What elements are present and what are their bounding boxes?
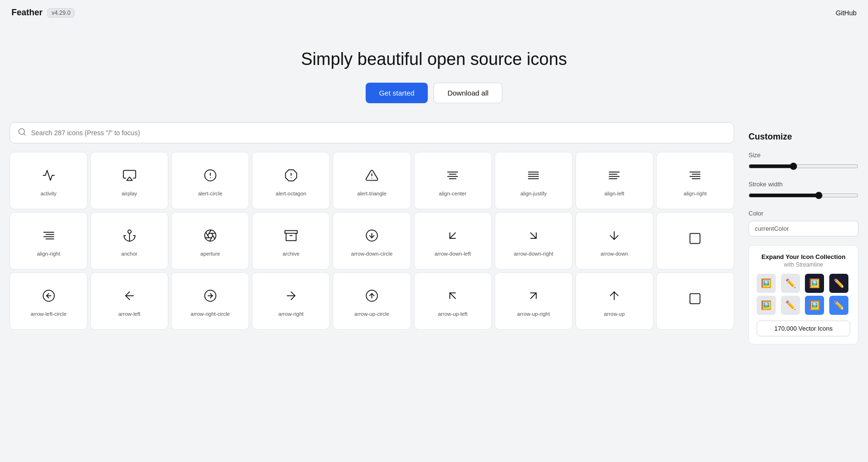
aperture-icon: [202, 227, 219, 244]
icon-label-align-left: align-left: [605, 191, 625, 196]
icon-card-arrow-up-left[interactable]: arrow-up-left: [414, 272, 492, 330]
promo-icon-7: 🖼️: [805, 296, 824, 315]
version-badge: v4.29.0: [47, 8, 75, 18]
icon-label-arrow-up: arrow-up: [604, 311, 625, 317]
arrow-up-icon: [606, 287, 623, 304]
icon-card-placeholder-r2[interactable]: [656, 212, 734, 269]
icon-label-arrow-down-left: arrow-down-left: [434, 251, 471, 257]
promo-cta-button[interactable]: 170,000 Vector Icons: [757, 321, 850, 336]
icon-label-arrow-down-circle: arrow-down-circle: [351, 251, 393, 257]
arrow-right-icon: [282, 287, 300, 304]
color-input[interactable]: [749, 221, 858, 236]
arrow-down-icon: [606, 227, 623, 244]
icon-label-arrow-right: arrow-right: [279, 311, 304, 317]
hero-buttons: Get started Download all: [0, 83, 868, 103]
arrow-left-icon: [121, 287, 138, 304]
icon-card-arrow-right[interactable]: arrow-right: [252, 272, 330, 330]
icon-card-placeholder-r3[interactable]: [656, 272, 734, 330]
icon-card-airplay[interactable]: airplay: [90, 152, 168, 209]
icon-card-align-left[interactable]: align-left: [575, 152, 653, 209]
search-icon: [18, 128, 26, 138]
icon-label-arrow-left-circle: arrow-left-circle: [31, 311, 66, 317]
header-left: Feather v4.29.0: [11, 8, 75, 18]
promo-icons-grid: 🖼️ ✏️ 🖼️ ✏️ 🖼️ ✏️ 🖼️ ✏️: [757, 274, 850, 315]
svg-rect-59: [690, 294, 700, 304]
svg-rect-40: [285, 231, 297, 234]
icon-label-arrow-right-circle: arrow-right-circle: [191, 311, 230, 317]
hero-title: Simply beautiful open source icons: [0, 49, 868, 69]
icon-card-anchor[interactable]: anchor: [90, 212, 168, 269]
svg-rect-47: [690, 234, 700, 244]
icon-card-align-right[interactable]: align-right: [10, 212, 87, 269]
icon-card-arrow-up[interactable]: arrow-up: [575, 272, 653, 330]
icon-card-aperture[interactable]: aperture: [171, 212, 249, 269]
promo-icon-3: 🖼️: [805, 274, 824, 293]
icon-card-arrow-left[interactable]: arrow-left: [90, 272, 168, 330]
icon-label-arrow-left: arrow-left: [119, 311, 141, 317]
get-started-button[interactable]: Get started: [366, 83, 428, 103]
icon-label-align-right: align-right: [37, 251, 60, 257]
svg-line-36: [207, 230, 211, 236]
promo-icon-6: ✏️: [781, 296, 800, 315]
icon-card-arrow-down-circle[interactable]: arrow-down-circle: [333, 212, 411, 269]
promo-icon-2: ✏️: [781, 274, 800, 293]
archive-icon: [282, 227, 300, 244]
arrow-down-right-icon: [525, 227, 542, 244]
svg-line-39: [209, 236, 213, 241]
promo-title: Expand Your Icon Collection: [757, 253, 850, 260]
icon-card-align-justify[interactable]: align-justify: [495, 152, 573, 209]
arrow-up-right-icon: [525, 287, 542, 304]
arrow-right-circle-icon: [202, 287, 219, 304]
stroke-width-slider[interactable]: [749, 192, 858, 199]
airplay-icon: [121, 167, 138, 184]
icon-card-alert-circle[interactable]: alert-circle: [171, 152, 249, 209]
promo-icon-4: ✏️: [829, 274, 848, 293]
download-all-button[interactable]: Download all: [434, 83, 502, 103]
icon-label-alert-triangle: alert-triangle: [357, 191, 386, 196]
arrow-down-circle-icon: [363, 227, 380, 244]
icon-card-archive[interactable]: archive: [252, 212, 330, 269]
svg-line-1: [23, 133, 25, 135]
icon-card-arrow-left-circle[interactable]: arrow-left-circle: [10, 272, 87, 330]
streamline-promo: Expand Your Icon Collection with Streaml…: [749, 245, 858, 344]
stroke-width-row: Stroke width: [749, 181, 858, 201]
icons-area: activity airplay alert-circle: [0, 122, 744, 354]
svg-line-44: [450, 233, 456, 238]
icon-label-align-justify: align-justify: [521, 191, 547, 196]
main-layout: activity airplay alert-circle: [0, 122, 868, 354]
search-input[interactable]: [31, 129, 726, 137]
align-right-icon: [40, 227, 57, 244]
align-center-icon: [444, 167, 461, 184]
icon-card-arrow-down-right[interactable]: arrow-down-right: [495, 212, 573, 269]
alert-octagon-icon: [282, 167, 300, 184]
icon-card-align-center[interactable]: align-center: [414, 152, 492, 209]
customize-title: Customize: [749, 132, 858, 142]
icon-card-alert-triangle[interactable]: alert-triangle: [333, 152, 411, 209]
alert-triangle-icon: [363, 167, 380, 184]
icon-label-arrow-down-right: arrow-down-right: [514, 251, 553, 257]
promo-icon-1: 🖼️: [757, 274, 776, 293]
icon-label-alert-circle: alert-circle: [198, 191, 222, 196]
icon-card-alert-octagon[interactable]: alert-octagon: [252, 152, 330, 209]
icon-label-anchor: anchor: [121, 251, 138, 257]
hero-section: Simply beautiful open source icons Get s…: [0, 25, 868, 122]
icon-card-arrow-down-left[interactable]: arrow-down-left: [414, 212, 492, 269]
svg-point-31: [128, 230, 131, 233]
icon-label-arrow-up-circle: arrow-up-circle: [355, 311, 390, 317]
icon-card-arrow-right-circle[interactable]: arrow-right-circle: [171, 272, 249, 330]
icon-card-arrow-up-circle[interactable]: arrow-up-circle: [333, 272, 411, 330]
stroke-width-label: Stroke width: [749, 181, 858, 188]
github-link[interactable]: GitHub: [835, 9, 857, 17]
icon-card-activity[interactable]: activity: [10, 152, 87, 209]
icon-card-arrow-down[interactable]: arrow-down: [575, 212, 653, 269]
placeholder-r2-icon: [686, 230, 704, 247]
icon-label-aperture: aperture: [200, 251, 220, 257]
arrow-up-circle-icon: [363, 287, 380, 304]
customize-panel: Customize Size Stroke width Color Expand…: [744, 122, 868, 354]
activity-icon: [40, 167, 57, 184]
icon-card-align-right-r1[interactable]: align-right: [656, 152, 734, 209]
color-label: Color: [749, 210, 858, 217]
app-title: Feather: [11, 8, 43, 18]
size-slider[interactable]: [749, 162, 858, 170]
icon-card-arrow-up-right[interactable]: arrow-up-right: [495, 272, 573, 330]
